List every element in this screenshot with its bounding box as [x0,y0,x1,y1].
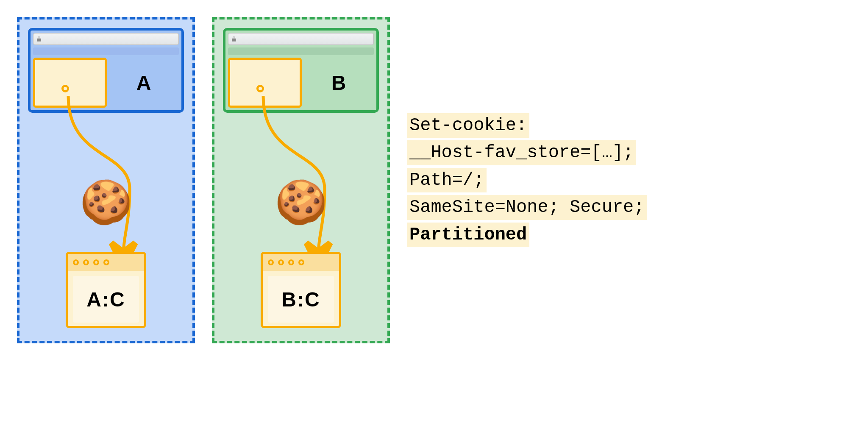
cookie-icon: 🍪 [80,181,133,223]
lock-icon [231,36,237,42]
code-line-5-partitioned: Partitioned [407,223,529,248]
partition-b: B 🍪 B:C [212,17,390,343]
set-cookie-header-code: Set-cookie: __Host-fav_store=[…]; Path=/… [407,113,647,248]
browser-address-bar [228,33,374,45]
code-line-3: Path=/; [407,168,487,193]
browser-window-a: A [28,28,184,113]
partition-a: A 🍪 A:C [17,17,195,343]
code-line-1: Set-cookie: [407,113,529,138]
site-panel-b: B [304,58,374,108]
browser-window-b: B [223,28,379,113]
lock-icon [36,36,42,42]
jar-header-a [68,254,144,271]
cookie-jar-b: B:C [261,252,341,328]
embedded-iframe-a [33,58,107,108]
jar-header-b [263,254,339,271]
cookie-jar-a: A:C [66,252,146,328]
site-label-a: A [136,71,152,95]
code-line-4: SameSite=None; Secure; [407,195,647,220]
jar-label-b: B:C [268,276,334,323]
embedded-iframe-b [228,58,302,108]
browser-address-bar [33,33,179,45]
connector-origin-b [256,85,264,92]
site-panel-a: A [109,58,179,108]
jar-label-a: A:C [73,276,139,323]
browser-tab-bar [228,47,374,55]
cookie-icon: 🍪 [275,181,328,223]
connector-origin-a [61,85,69,92]
browser-tab-bar [33,47,179,55]
site-label-b: B [331,71,347,95]
code-line-2: __Host-fav_store=[…]; [407,140,636,165]
